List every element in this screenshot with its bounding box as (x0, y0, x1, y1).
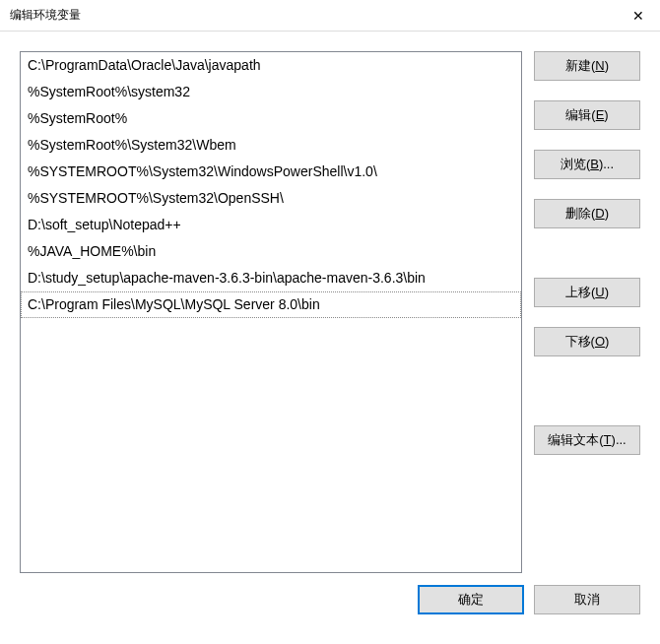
list-item[interactable]: D:\soft_setup\Notepad++ (21, 212, 521, 238)
footer-bar: 确定 取消 (0, 585, 660, 632)
list-item[interactable]: %SystemRoot%\system32 (21, 79, 521, 105)
list-item[interactable]: C:\ProgramData\Oracle\Java\javapath (21, 52, 521, 79)
path-list[interactable]: C:\ProgramData\Oracle\Java\javapath%Syst… (20, 51, 522, 573)
cancel-button[interactable]: 取消 (534, 585, 640, 614)
browse-button[interactable]: 浏览(B)... (534, 150, 640, 179)
new-button[interactable]: 新建(N) (534, 51, 640, 81)
movedown-button[interactable]: 下移(O) (534, 327, 640, 356)
list-item[interactable]: D:\study_setup\apache-maven-3.6.3-bin\ap… (21, 265, 521, 291)
close-button[interactable]: ✕ (616, 0, 660, 32)
list-item[interactable]: %SystemRoot% (21, 105, 521, 132)
close-icon: ✕ (632, 8, 644, 24)
button-column: 新建(N) 编辑(E) 浏览(B)... 删除(D) 上移(U) 下移(O) 编… (534, 51, 640, 573)
list-item[interactable]: C:\Program Files\MySQL\MySQL Server 8.0\… (21, 291, 521, 318)
dialog-content: C:\ProgramData\Oracle\Java\javapath%Syst… (0, 32, 660, 585)
edittext-button[interactable]: 编辑文本(T)... (534, 425, 640, 455)
moveup-button[interactable]: 上移(U) (534, 278, 640, 307)
list-item[interactable]: %SYSTEMROOT%\System32\OpenSSH\ (21, 185, 521, 212)
delete-button[interactable]: 删除(D) (534, 199, 640, 228)
ok-button[interactable]: 确定 (418, 585, 524, 614)
list-item[interactable]: %JAVA_HOME%\bin (21, 238, 521, 265)
window-title: 编辑环境变量 (10, 7, 81, 24)
edit-button[interactable]: 编辑(E) (534, 100, 640, 130)
titlebar: 编辑环境变量 ✕ (0, 0, 660, 32)
list-item[interactable]: %SYSTEMROOT%\System32\WindowsPowerShell\… (21, 159, 521, 185)
list-item[interactable]: %SystemRoot%\System32\Wbem (21, 132, 521, 159)
